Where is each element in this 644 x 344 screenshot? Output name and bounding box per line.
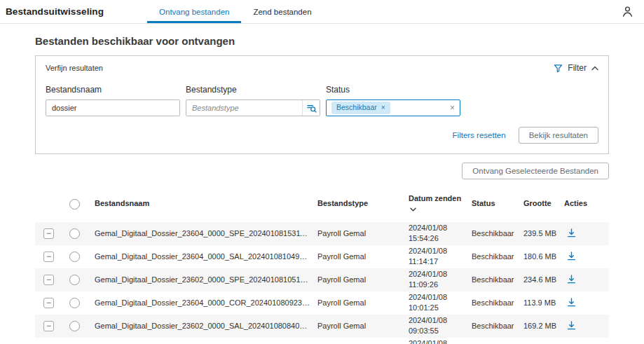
date-cell: 2024/01/08 15:54:26 [405, 222, 468, 245]
file-status: Beschikbaar [472, 275, 514, 284]
status-chip-beschikbaar: Beschikbaar × [331, 102, 390, 114]
filter-collapse-toggle[interactable]: Filter [554, 63, 598, 73]
sent-date: 2024/01/08 [409, 292, 465, 303]
status-cell: Beschikbaar [468, 268, 520, 291]
filetype-cell: Payroll Gemal [314, 245, 405, 268]
sent-time: 15:54:26 [409, 233, 465, 244]
user-menu-button[interactable] [621, 0, 634, 23]
bestandstype-label: Bestandstype [186, 85, 320, 95]
download-button[interactable] [566, 251, 577, 261]
column-bestandstype[interactable]: Bestandstype [314, 186, 405, 222]
lookup-icon [306, 103, 317, 113]
main-tabs: Ontvang bestanden Zend bestanden [147, 0, 324, 23]
files-table: Bestandsnaam Bestandstype Datum zenden S… [35, 186, 609, 344]
table-row: − Gemal_Digitaal_Dossier_23604_0000_COR_… [35, 291, 609, 315]
status-cell: Beschikbaar [468, 315, 520, 338]
download-button[interactable] [566, 320, 577, 331]
file-type: Payroll Gemal [317, 298, 366, 307]
view-results-button[interactable]: Bekijk resultaten [519, 127, 598, 144]
column-datum-zenden[interactable]: Datum zenden [405, 186, 468, 222]
expand-cell: − [35, 291, 66, 315]
table-row: − Gemal_Digitaal_Dossier_23604_0000_SAL_… [35, 245, 609, 268]
table-row: − Gemal_Digitaal_Dossier_23602_0000_SPE_… [35, 268, 609, 291]
filter-panel: Verfijn resultaten Filter Bestandsnaam [35, 55, 609, 154]
download-button[interactable] [566, 297, 577, 308]
bestandstype-lookup-button[interactable] [302, 100, 320, 116]
filename-cell: Gemal_Digitaal_Dossier_23602_0000_COR_20… [91, 338, 314, 344]
collapse-row-button[interactable]: − [43, 298, 54, 308]
row-checkbox[interactable] [69, 228, 80, 239]
download-icon [566, 228, 577, 238]
status-chip-label: Beschikbaar [336, 103, 377, 113]
checkbox-cell [66, 291, 91, 315]
table-row: − Gemal_Digitaal_Dossier_23602_0000_SAL_… [35, 315, 609, 338]
bestandsnaam-input[interactable] [46, 99, 180, 116]
row-checkbox[interactable] [69, 252, 80, 262]
sent-date: 2024/01/08 [409, 246, 465, 256]
collapse-icon: − [46, 321, 51, 331]
column-acties: Acties [561, 186, 609, 222]
size-cell: 113.9 MB [520, 291, 561, 315]
select-all-checkbox[interactable] [69, 199, 80, 209]
actions-cell [561, 315, 609, 338]
file-size: 234.6 MB [523, 275, 556, 284]
filename-cell: Gemal_Digitaal_Dossier_23604_0000_SAL_20… [91, 245, 314, 268]
filetype-cell: Payroll Gemal [314, 268, 405, 291]
main-content: Bestanden beschikbaar voor ontvangen Ver… [0, 35, 644, 344]
bestandsnaam-label: Bestandsnaam [46, 85, 180, 95]
status-cell: Beschikbaar [468, 291, 520, 315]
date-cell: 2024/01/08 11:14:17 [405, 245, 468, 268]
tab-ontvang-bestanden[interactable]: Ontvang bestanden [147, 0, 241, 23]
reset-filters-link[interactable]: Filters resetten [453, 131, 506, 139]
sent-date: 2024/01/08 [409, 338, 465, 344]
file-name: Gemal_Digitaal_Dossier_23604_0000_SPE_20… [95, 229, 310, 238]
sent-time: 09:03:55 [409, 326, 465, 336]
date-cell: 2024/01/08 09:03:55 [405, 315, 468, 338]
person-icon [621, 5, 634, 18]
actions-cell [561, 268, 609, 291]
status-cell: Beschikbaar [468, 245, 520, 268]
collapse-row-button[interactable]: − [43, 321, 54, 331]
file-type: Payroll Gemal [317, 275, 366, 284]
column-grootte[interactable]: Grootte [520, 186, 561, 222]
expand-cell: − [35, 222, 66, 245]
download-icon [566, 274, 577, 284]
table-row: − Gemal_Digitaal_Dossier_23602_0000_COR_… [35, 338, 609, 344]
status-multiselect[interactable]: Beschikbaar × × [326, 99, 460, 116]
download-icon [566, 320, 577, 331]
row-checkbox[interactable] [69, 321, 80, 331]
table-row: − Gemal_Digitaal_Dossier_23604_0000_SPE_… [35, 222, 609, 245]
size-cell: 169.2 MB [520, 315, 561, 338]
funnel-icon [554, 64, 563, 73]
collapse-row-button[interactable]: − [43, 275, 54, 285]
row-checkbox[interactable] [69, 298, 80, 308]
sort-desc-icon [410, 207, 416, 212]
date-cell: 2024/01/08 11:09:26 [405, 268, 468, 291]
download-button[interactable] [566, 274, 577, 284]
filter-toggle-label: Filter [568, 63, 587, 73]
download-button[interactable] [566, 228, 577, 238]
bestandstype-input[interactable] [186, 99, 320, 116]
actions-cell [561, 245, 609, 268]
filename-cell: Gemal_Digitaal_Dossier_23602_0000_SPE_20… [91, 268, 314, 291]
sent-time: 11:09:26 [409, 280, 465, 290]
checkbox-cell [66, 338, 91, 344]
expand-column-header [35, 186, 66, 222]
chip-remove-icon[interactable]: × [381, 103, 385, 112]
file-size: 113.9 MB [523, 298, 556, 307]
table-header-row: Bestandsnaam Bestandstype Datum zenden S… [35, 186, 609, 222]
actions-cell [561, 338, 609, 344]
receive-selected-button[interactable]: Ontvang Geselecteerde Bestanden [462, 163, 609, 179]
sent-time: 10:01:25 [409, 303, 465, 313]
date-cell: 2024/01/08 10:01:25 [405, 291, 468, 315]
status-clear-icon[interactable]: × [450, 104, 455, 112]
file-size: 239.5 MB [523, 229, 556, 238]
row-checkbox[interactable] [69, 275, 80, 285]
column-status[interactable]: Status [468, 186, 520, 222]
tab-zend-bestanden[interactable]: Zend bestanden [241, 0, 323, 23]
filename-cell: Gemal_Digitaal_Dossier_23604_0000_COR_20… [91, 291, 314, 315]
column-bestandsnaam[interactable]: Bestandsnaam [91, 186, 314, 222]
collapse-row-button[interactable]: − [43, 228, 54, 239]
collapse-row-button[interactable]: − [43, 252, 54, 262]
status-cell: Beschikbaar [468, 338, 520, 344]
